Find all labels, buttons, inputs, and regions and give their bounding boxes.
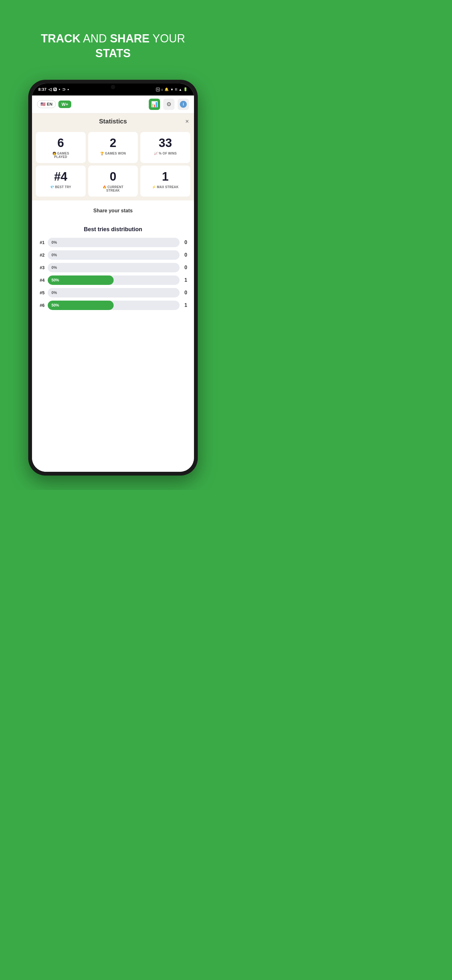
stat-number: 0 (109, 170, 116, 183)
hero-track: TRACK (41, 32, 80, 45)
stat-number: 2 (109, 136, 116, 150)
stats-grid: 6 🧑 GAMESPLAYED 2 🏆 GAMES WON 33 📈 % OF … (32, 129, 194, 200)
key-icon: ⌽ (161, 88, 163, 91)
gear-icon: ⚙ (167, 101, 171, 108)
hero-share: SHARE (110, 32, 149, 45)
flag-icon: 🇺🇸 (41, 102, 46, 107)
dist-bar-fill (48, 263, 179, 272)
stat-card: 0 🔥 CURRENTSTREAK (88, 165, 138, 197)
stat-icon: 🧑 (52, 152, 56, 155)
dist-bar-container: 50% (48, 275, 179, 285)
dist-row-count: 0 (183, 265, 189, 270)
signal-icon: ▲ (179, 88, 182, 91)
dist-bar-container: 0% (48, 288, 179, 298)
dist-row-label: #5 (37, 290, 44, 295)
stat-card: 33 📈 % OF WINS (140, 132, 190, 163)
stat-label: 🏆 GAMES WON (100, 152, 126, 155)
distribution-row: #1 0% 0 (37, 238, 189, 247)
language-label: EN (47, 102, 52, 107)
stats-header: Statistics × (32, 113, 194, 129)
dist-bar-fill (48, 288, 179, 298)
distribution-row: #5 0% 0 (37, 288, 189, 298)
status-bar-right: N ⌽ 🔔 ▼ R ▲ 🔋 (156, 88, 188, 91)
distribution-row: #3 0% 0 (37, 263, 189, 272)
close-button[interactable]: × (185, 118, 189, 125)
status-bar-left: 8:37 ◁ N ▪ ⊃ • (38, 87, 69, 92)
dist-row-label: #3 (37, 265, 44, 270)
hero-text: TRACK AND SHARE YOUR STATS (28, 32, 197, 61)
wordplus-button[interactable]: W+ (59, 100, 71, 108)
distribution-section: Best tries distribution #1 0% 0 #2 0% 0 … (32, 221, 194, 318)
dist-row-label: #6 (37, 303, 44, 308)
dist-row-count: 0 (183, 290, 189, 296)
dist-bar-text: 0% (51, 266, 57, 270)
hero-section: TRACK AND SHARE YOUR STATS (16, 16, 210, 61)
stat-icon: ⚡ (152, 185, 156, 189)
wifi-icon: ▼ (170, 88, 174, 91)
stat-number: 6 (57, 136, 64, 150)
dist-row-label: #4 (37, 278, 44, 283)
stat-label: 🧑 GAMESPLAYED (52, 152, 69, 159)
time-display: 8:37 (38, 87, 46, 92)
cast-icon: ⊃ (62, 87, 66, 92)
bell-icon: 🔔 (165, 88, 169, 91)
top-bar-right: 📊 ⚙ i (149, 99, 189, 110)
dist-bar-text: 0% (51, 253, 57, 257)
share-stats-button[interactable]: Share your stats (36, 204, 190, 218)
stat-icon: 📈 (154, 152, 157, 155)
info-button[interactable]: i (178, 99, 189, 110)
hero-your: YOUR (152, 32, 185, 45)
distribution-row: #6 50% 1 (37, 301, 189, 310)
nfc-icon: N (53, 88, 57, 91)
video-icon: ▪ (59, 87, 60, 92)
dist-bar-container: 0% (48, 250, 179, 260)
dist-bar-text: 0% (51, 291, 57, 295)
battery-icon: 🔋 (183, 88, 188, 91)
language-button[interactable]: 🇺🇸 EN (37, 100, 56, 108)
dist-bar-fill (48, 238, 179, 247)
info-icon: i (180, 101, 187, 108)
stat-icon: 🔥 (103, 185, 106, 189)
dist-bar-text: 50% (51, 303, 59, 307)
stat-label: 🔥 CURRENTSTREAK (103, 185, 123, 192)
dist-bar-container: 50% (48, 301, 179, 310)
top-bar-left: 🇺🇸 EN W+ (37, 100, 71, 108)
distribution-title: Best tries distribution (37, 226, 189, 233)
camera-notch (111, 85, 115, 89)
stat-card: 2 🏆 GAMES WON (88, 132, 138, 163)
dist-bar-container: 0% (48, 238, 179, 247)
stats-button[interactable]: 📊 (149, 99, 160, 110)
r-label: R (175, 88, 178, 91)
distribution-row: #2 0% 0 (37, 250, 189, 260)
stat-number: #4 (54, 170, 67, 183)
dist-row-count: 0 (183, 252, 189, 258)
distribution-row: #4 50% 1 (37, 275, 189, 285)
dot-icon: • (68, 87, 69, 92)
bar-chart-icon: 📊 (151, 101, 158, 108)
stat-card: 6 🧑 GAMESPLAYED (36, 132, 86, 163)
stat-number: 1 (162, 170, 168, 183)
dist-row-count: 1 (183, 277, 189, 283)
gps-icon: ◁ (48, 87, 51, 92)
wordplus-label: W+ (62, 102, 68, 107)
app-content: 🇺🇸 EN W+ 📊 ⚙ i (32, 95, 194, 472)
dist-row-count: 1 (183, 302, 189, 308)
stat-label: 📈 % OF WINS (154, 152, 177, 155)
dist-bar-text: 0% (51, 240, 57, 245)
phone-screen: 8:37 ◁ N ▪ ⊃ • N ⌽ 🔔 ▼ R ▲ 🔋 (32, 84, 194, 472)
stat-card: 1 ⚡ MAX STREAK (140, 165, 190, 197)
hero-and: AND (83, 32, 107, 45)
dist-bar-text: 50% (51, 278, 59, 282)
top-nav-bar: 🇺🇸 EN W+ 📊 ⚙ i (32, 95, 194, 113)
hero-stats: STATS (95, 47, 131, 60)
dist-bar-fill (48, 250, 179, 260)
stats-title: Statistics (99, 118, 127, 125)
stat-card: #4 💎 BEST TRY (36, 165, 86, 197)
dist-bar-container: 0% (48, 263, 179, 272)
distribution-rows: #1 0% 0 #2 0% 0 #3 0% 0 #4 50% 1 #5 0% (37, 238, 189, 310)
dist-row-count: 0 (183, 240, 189, 245)
stat-number: 33 (159, 136, 172, 150)
settings-button[interactable]: ⚙ (163, 99, 174, 110)
dist-row-label: #1 (37, 240, 44, 245)
share-stats-label: Share your stats (93, 208, 132, 213)
